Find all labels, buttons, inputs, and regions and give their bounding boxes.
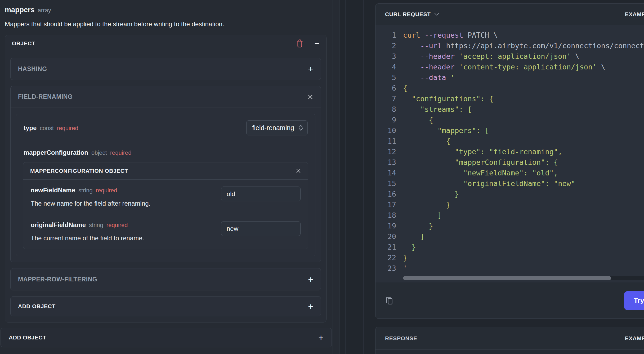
type-select-value: field-renaming	[252, 124, 294, 132]
plus-icon[interactable]: +	[318, 333, 324, 342]
add-object-label: ADD OBJECT	[18, 303, 56, 309]
original-field-name-required: required	[106, 222, 128, 229]
new-field-name-kind: string	[78, 187, 93, 194]
code-line: 21 }	[384, 242, 644, 252]
curl-request-header: CURL REQUEST EXAMPLES	[375, 4, 644, 25]
code-line: 5 --data '	[384, 72, 644, 83]
code-line: 4 --header 'content-type: application/js…	[384, 61, 644, 72]
request-preview-column: CURL REQUEST EXAMPLES 1curl --request PA…	[339, 0, 644, 354]
horizontal-scrollbar-track[interactable]	[403, 276, 644, 280]
examples-label: EXAMPLES	[625, 335, 644, 342]
type-field-required: required	[57, 125, 78, 132]
code-line: 9 {	[384, 114, 644, 125]
curl-request-footer: Try It!	[375, 282, 644, 318]
field-type: array	[38, 7, 51, 14]
column-divider[interactable]	[333, 0, 339, 354]
page: mappers array Mappers that should be app…	[0, 0, 644, 354]
code-line: 22}	[384, 252, 644, 263]
new-field-name-row: newFieldName string required The new nam…	[23, 180, 308, 214]
code-line: 14 "newFieldName": "old",	[384, 167, 644, 178]
original-field-name-kind: string	[89, 222, 103, 229]
object-panel-body: HASHING + FIELD-RENAMING	[5, 52, 326, 322]
close-icon[interactable]	[307, 94, 313, 100]
field-renaming-form: type const required field-renaming	[16, 114, 315, 256]
code-lines: 1curl --request PATCH \2 --url https://a…	[384, 30, 644, 273]
code-line: 6{	[384, 83, 644, 93]
new-field-name-input[interactable]	[221, 187, 301, 201]
code-line: 1curl --request PATCH \	[384, 30, 644, 40]
field-renaming-title: FIELD-RENAMING	[18, 93, 73, 100]
field-name: mappers	[5, 6, 35, 14]
mapper-row-filtering-section: MAPPER-ROW-FILTERING +	[10, 268, 321, 290]
hashing-title: HASHING	[18, 65, 47, 73]
type-field-row: type const required field-renaming	[16, 114, 315, 142]
type-field-kind: const	[40, 125, 54, 132]
mapper-configuration-label: mapperConfiguration	[24, 149, 88, 156]
add-object-button[interactable]: ADD OBJECT +	[10, 296, 321, 316]
mapper-row-filtering-header[interactable]: MAPPER-ROW-FILTERING +	[11, 268, 321, 290]
mapper-configuration-kind: object	[91, 149, 107, 156]
trash-icon[interactable]	[296, 39, 304, 48]
field-heading: mappers array	[5, 6, 327, 14]
code-line: 7 "configurations": {	[384, 93, 644, 104]
field-renaming-body: type const required field-renaming	[11, 108, 321, 262]
minus-icon[interactable]: −	[314, 39, 319, 48]
code-line: 20 ]	[384, 231, 644, 242]
divider	[363, 0, 364, 354]
try-it-button[interactable]: Try It!	[624, 291, 644, 310]
horizontal-scrollbar-thumb[interactable]	[403, 276, 611, 280]
code-line: 13 "mapperConfiguration": {	[384, 157, 644, 167]
code-line: 11 {	[384, 136, 644, 146]
code-line: 12 "type": "field-renaming",	[384, 146, 644, 157]
code-line: 2 --url https://api.airbyte.com/v1/conne…	[384, 40, 644, 51]
add-object-outer-button[interactable]: ADD OBJECT +	[1, 328, 332, 347]
object-panel: OBJECT − HASHING +	[5, 35, 327, 322]
mapper-configuration-row: mapperConfiguration object required	[16, 142, 315, 162]
code-line: 18 ]	[384, 210, 644, 220]
code-line: 16 }	[384, 189, 644, 199]
new-field-name-label: newFieldName	[31, 187, 75, 194]
chevron-updown-icon	[299, 125, 303, 131]
mapper-configuration-panel: MAPPERCONFIGURATION OBJECT	[23, 162, 308, 249]
mapper-configuration-panel-header: MAPPERCONFIGURATION OBJECT	[23, 162, 308, 180]
hashing-section: HASHING +	[10, 58, 321, 80]
examples-dropdown[interactable]: EXAMPLES	[625, 335, 644, 342]
plus-icon[interactable]: +	[308, 302, 313, 311]
original-field-name-description: The current name of the field to rename.	[31, 234, 216, 242]
field-renaming-header[interactable]: FIELD-RENAMING	[11, 86, 321, 108]
curl-request-title: CURL REQUEST	[385, 11, 431, 17]
examples-dropdown[interactable]: EXAMPLES	[625, 11, 644, 17]
code-line: 23'	[384, 263, 644, 273]
original-field-name-row: originalFieldName string required The cu…	[23, 214, 308, 249]
response-title: RESPONSE	[385, 335, 417, 342]
copy-icon	[384, 296, 394, 305]
curl-request-dropdown[interactable]: CURL REQUEST	[385, 11, 439, 17]
examples-label: EXAMPLES	[625, 11, 644, 17]
mapper-configuration-panel-title: MAPPERCONFIGURATION OBJECT	[30, 168, 128, 174]
code-line: 19 }	[384, 220, 644, 231]
type-select[interactable]: field-renaming	[246, 120, 308, 135]
hashing-header[interactable]: HASHING +	[11, 58, 321, 80]
plus-icon[interactable]: +	[308, 275, 313, 284]
code-block[interactable]: 1curl --request PATCH \2 --url https://a…	[375, 25, 644, 282]
code-line: 3 --header 'accept: application/json' \	[384, 51, 644, 61]
original-field-name-label: originalFieldName	[31, 221, 86, 229]
response-header: RESPONSE EXAMPLES	[375, 327, 644, 350]
copy-button[interactable]	[383, 295, 395, 306]
code-line: 8 "streams": [	[384, 104, 644, 114]
chevron-down-icon	[435, 13, 439, 16]
plus-icon[interactable]: +	[308, 64, 313, 73]
original-field-name-input[interactable]	[221, 221, 301, 236]
object-panel-title: OBJECT	[12, 40, 35, 47]
mapper-row-filtering-title: MAPPER-ROW-FILTERING	[18, 276, 97, 283]
close-icon[interactable]	[296, 168, 301, 174]
schema-form-column: mappers array Mappers that should be app…	[0, 0, 333, 354]
field-description: Mappers that should be applied to the st…	[5, 20, 327, 28]
new-field-name-description: The new name for the field after renamin…	[31, 200, 216, 207]
code-line: 17 }	[384, 199, 644, 210]
response-body	[375, 350, 644, 354]
object-panel-header: OBJECT −	[5, 35, 326, 52]
mapper-configuration-required: required	[110, 149, 132, 156]
new-field-name-required: required	[96, 187, 117, 194]
divider	[345, 0, 346, 354]
